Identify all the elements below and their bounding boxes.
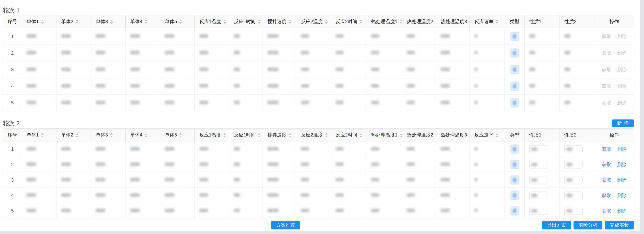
delete-link[interactable]: 删除 (617, 162, 627, 167)
sort-caret-icon[interactable] (289, 133, 292, 138)
delete-link[interactable]: 删除 (617, 34, 627, 39)
sort-caret-icon[interactable] (179, 133, 182, 138)
table-cell (470, 157, 505, 172)
property-input[interactable] (564, 191, 582, 199)
get-link[interactable]: 获取 (602, 193, 611, 198)
column-header[interactable]: 单体1 (22, 15, 56, 28)
sort-caret-icon[interactable] (145, 133, 148, 138)
property-input[interactable] (529, 161, 548, 169)
get-link[interactable]: 获取 (602, 146, 611, 152)
export-plan-button[interactable]: 导出方案 (542, 221, 571, 229)
column-header[interactable]: 单体2 (56, 129, 91, 142)
table-cell (296, 94, 331, 111)
delete-link[interactable]: 删除 (617, 146, 627, 152)
column-header[interactable]: 单体2 (56, 15, 91, 28)
delete-link[interactable]: 删除 (617, 208, 627, 213)
column-header[interactable]: 单体3 (91, 129, 126, 142)
sort-caret-icon[interactable] (110, 20, 113, 24)
get-link[interactable]: 获取 (602, 83, 611, 89)
sort-caret-icon[interactable] (400, 133, 402, 138)
get-link[interactable]: 获取 (602, 177, 611, 183)
delete-link[interactable]: 删除 (617, 83, 627, 89)
column-header[interactable]: 反应1温度 (195, 129, 229, 142)
delete-link[interactable]: 删除 (617, 50, 627, 56)
column-header[interactable]: 热处理温度1 (366, 129, 402, 142)
column-header[interactable]: 反应2时间 (331, 15, 366, 28)
delete-link[interactable]: 删除 (617, 100, 627, 105)
property-input[interactable] (564, 176, 582, 184)
vertical-scrollbar[interactable] (640, 0, 644, 234)
get-link[interactable]: 获取 (602, 50, 611, 56)
column-header[interactable]: 单体4 (126, 15, 160, 28)
sort-caret-icon[interactable] (325, 133, 328, 138)
get-link[interactable]: 获取 (602, 162, 611, 167)
sort-caret-icon[interactable] (76, 20, 78, 24)
get-link[interactable]: 获取 (602, 34, 611, 39)
column-header[interactable]: 反应速率 (470, 129, 505, 142)
sort-caret-icon[interactable] (41, 133, 44, 138)
recommend-plan-button[interactable]: 方案推荐 (271, 221, 300, 229)
column-header[interactable]: 单体3 (91, 15, 126, 28)
horizontal-scrollbar[interactable] (0, 231, 644, 234)
property-input[interactable] (564, 145, 582, 153)
experiment-analysis-button[interactable]: 实验分析 (574, 221, 602, 229)
sort-caret-icon[interactable] (223, 133, 226, 138)
column-header[interactable]: 反应2时间 (331, 129, 366, 142)
sort-caret-icon[interactable] (76, 133, 78, 138)
column-header[interactable]: 反应2温度 (296, 129, 331, 142)
get-link[interactable]: 获取 (602, 208, 611, 213)
property-input[interactable] (529, 145, 548, 153)
delete-link[interactable]: 删除 (617, 67, 627, 72)
property-input[interactable] (564, 207, 582, 215)
column-header[interactable]: 单体4 (126, 129, 160, 142)
sort-caret-icon[interactable] (110, 133, 113, 138)
redacted-value (61, 162, 71, 166)
table-cell (22, 28, 56, 45)
sort-caret-icon[interactable] (223, 20, 226, 24)
redacted-value (268, 162, 278, 166)
sort-caret-icon[interactable] (360, 133, 362, 138)
property-input[interactable] (529, 176, 548, 184)
column-header[interactable]: 热处理温度3 (436, 129, 470, 142)
sort-caret-icon[interactable] (325, 20, 328, 24)
complete-experiment-button[interactable]: 完成实验 (605, 221, 634, 229)
column-header[interactable]: 热处理温度1 (366, 15, 402, 28)
column-header[interactable]: 热处理温度2 (402, 129, 436, 142)
redacted-value (234, 178, 240, 181)
delete-link[interactable]: 删除 (617, 193, 627, 198)
table-cell (505, 78, 524, 94)
sort-caret-icon[interactable] (496, 20, 498, 24)
column-header[interactable]: 热处理温度2 (402, 15, 436, 28)
redacted-value (268, 84, 278, 88)
sort-caret-icon[interactable] (400, 20, 402, 24)
sort-caret-icon[interactable] (41, 20, 44, 24)
column-header[interactable]: 反应1时间 (229, 129, 263, 142)
column-header[interactable]: 单体1 (22, 129, 56, 142)
column-header[interactable]: 反应速率 (470, 15, 505, 28)
column-header[interactable]: 单体5 (160, 15, 195, 28)
redacted-value (529, 34, 535, 38)
column-header[interactable]: 搅拌速度 (263, 129, 296, 142)
property-input[interactable] (529, 191, 548, 199)
table-cell (195, 78, 229, 94)
property-input[interactable] (564, 161, 582, 169)
get-link[interactable]: 获取 (602, 100, 611, 105)
get-link[interactable]: 获取 (602, 67, 611, 72)
delete-link[interactable]: 删除 (617, 177, 627, 183)
column-header[interactable]: 搅拌速度 (263, 15, 296, 28)
property-input[interactable] (529, 207, 548, 215)
column-header[interactable]: 热处理温度3 (436, 15, 470, 28)
sort-caret-icon[interactable] (258, 133, 260, 138)
sort-caret-icon[interactable] (179, 20, 182, 24)
sort-caret-icon[interactable] (360, 20, 362, 24)
column-header[interactable]: 反应1温度 (195, 15, 229, 28)
sort-caret-icon[interactable] (289, 20, 292, 24)
column-header[interactable]: 反应1时间 (229, 15, 263, 28)
sort-caret-icon[interactable] (258, 20, 260, 24)
sort-caret-icon[interactable] (145, 20, 148, 24)
sort-caret-icon[interactable] (496, 133, 498, 138)
add-row-button[interactable]: 新 增 (612, 120, 634, 127)
column-header[interactable]: 反应2温度 (296, 15, 331, 28)
column-header[interactable]: 单体5 (160, 129, 195, 142)
redacted-value (371, 84, 379, 88)
